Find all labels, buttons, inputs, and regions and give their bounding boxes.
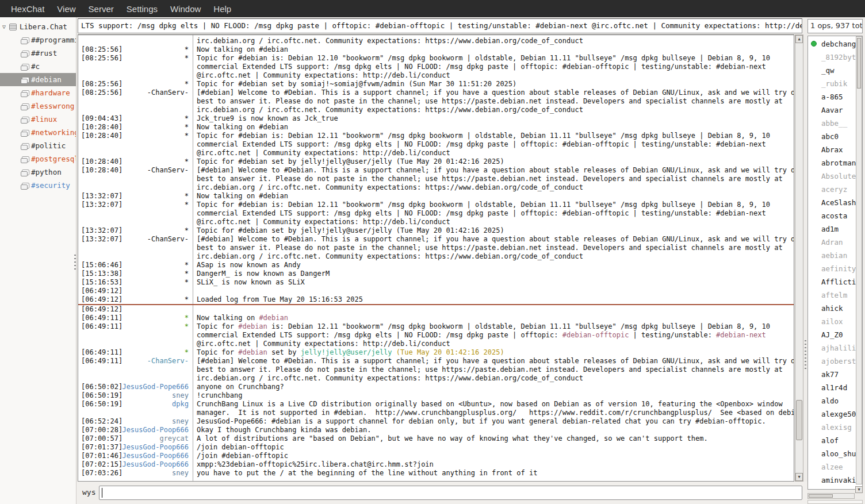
chat-row: [13:32:07]*Topic for #debian is: Debian … (78, 201, 794, 209)
chat-area[interactable]: irc.debian.org / irc.oftc.net. Community… (78, 34, 794, 482)
user-name: abbe__ (821, 119, 847, 128)
user-item-Affliction[interactable]: Affliction (808, 275, 862, 288)
user-item-Abrax[interactable]: Abrax (808, 143, 862, 156)
menu-item-hexchat[interactable]: HexChat (5, 4, 51, 14)
user-item-Absolutely[interactable]: Absolutely (808, 170, 862, 183)
user-item-_8192byte[interactable]: _8192byte (808, 51, 862, 64)
menu-item-view[interactable]: View (51, 4, 82, 14)
user-item-Adran[interactable]: Adran (808, 236, 862, 249)
user-item-aebian[interactable]: aebian (808, 249, 862, 262)
chat-message: best to answer it. Please do not paste i… (193, 175, 794, 183)
userlist-hscrollbar[interactable] (807, 493, 855, 499)
user-item-aftelm[interactable]: aftelm (808, 288, 862, 302)
user-name: abrotman (821, 159, 856, 167)
user-item-abrotman[interactable]: abrotman (808, 156, 862, 170)
expander-icon[interactable]: ▽ (2, 24, 9, 30)
sidebar-item-hardware[interactable]: #hardware (0, 86, 76, 99)
user-item-aminvakil[interactable]: aminvakil (808, 474, 862, 487)
user-item-alexge50[interactable]: alexge50 (808, 407, 862, 421)
userlist-hscrollbar-thumb[interactable] (809, 494, 833, 498)
sidebar-item-python[interactable]: #python (0, 166, 76, 179)
pane-resize-handle-left[interactable] (74, 255, 76, 272)
message-input[interactable] (99, 486, 802, 500)
user-item-abc0[interactable]: abc0 (808, 130, 862, 143)
userlist-scrollbar-thumb[interactable] (857, 38, 861, 89)
userlist-scrollbar[interactable] (856, 36, 862, 484)
topic-bar[interactable]: LTS support: /msg dpkg elts | NO FLOOD: … (78, 18, 802, 33)
chat-scrollbar-thumb[interactable] (796, 400, 802, 440)
server-name: Libera.Chat (20, 22, 67, 31)
menu-item-window[interactable]: Window (164, 4, 207, 14)
user-item-ahick[interactable]: ahick (808, 302, 862, 315)
chat-timestamp (78, 183, 122, 192)
user-item-ajhalili2409[interactable]: ajhalili2409 (808, 341, 862, 355)
user-item-alzee[interactable]: alzee (808, 460, 862, 474)
sidebar-item-rust[interactable]: ##rust (0, 47, 76, 60)
tree-server-row[interactable]: ▽Libera.Chat (0, 20, 76, 33)
user-item-a-865[interactable]: a-865 (808, 90, 862, 103)
user-item-alexisg[interactable]: alexisg (808, 421, 862, 434)
chat-timestamp: [08:25:56] (78, 80, 122, 89)
scroll-up-icon[interactable]: ▲ (795, 35, 803, 43)
user-item-AceSlash[interactable]: AceSlash (808, 196, 862, 209)
chat-timestamp: [06:49:11] (78, 357, 122, 366)
sidebar-item-linux[interactable]: #linux (0, 113, 76, 126)
user-item-ailox[interactable]: ailox (808, 315, 862, 328)
chat-row: [09:04:43]*Jck_true9 is now known as Jck… (78, 114, 794, 123)
sidebar-item-c[interactable]: #c (0, 60, 76, 73)
user-item-debchange[interactable]: debchange (808, 37, 862, 51)
chat-nick (122, 71, 193, 80)
user-item-aceryz[interactable]: aceryz (808, 183, 862, 196)
user-name: ailox (821, 317, 843, 326)
user-item-AJ_Z0[interactable]: AJ_Z0 (808, 328, 862, 341)
user-item-Aavar[interactable]: Aavar (808, 103, 862, 117)
chat-timestamp: [08:25:56] (78, 54, 122, 63)
user-item-abbe__[interactable]: abbe__ (808, 117, 862, 130)
user-item-aloo_shu[interactable]: aloo_shu (808, 447, 862, 460)
user-item-acosta[interactable]: acosta (808, 209, 862, 222)
user-list[interactable]: debchange_8192byte_qw_rubika-865Aavarabb… (807, 36, 863, 490)
sidebar-item-networking[interactable]: #networking (0, 126, 76, 139)
menu-item-settings[interactable]: Settings (120, 4, 164, 14)
user-item-_qw[interactable]: _qw (808, 64, 862, 77)
chat-row: [06:52:24]sneyJesusGod-Pope666: #debian … (78, 417, 794, 426)
sidebar-item-lesswrong[interactable]: #lesswrong (0, 99, 76, 113)
pane-resize-handle-right[interactable] (805, 340, 806, 370)
chat-message: best to answer it. Please do not paste i… (193, 97, 794, 106)
user-item-aldo[interactable]: aldo (808, 394, 862, 407)
chat-message: [#debian] Welcome to #Debian. This is a … (193, 89, 794, 97)
chat-timestamp: [07:02:15] (78, 460, 122, 469)
chat-message: Topic for #debian is: Debian 12.11 "book… (193, 132, 794, 140)
chat-timestamp: [07:01:37] (78, 443, 122, 452)
user-item-al1r4d[interactable]: al1r4d (808, 381, 862, 394)
chat-row: commercial Extended LTS support: /msg dp… (78, 331, 794, 340)
sidebar-item-security[interactable]: #security (0, 179, 76, 192)
scroll-down-icon[interactable]: ▼ (795, 473, 803, 481)
chat-nick (122, 37, 193, 45)
chat-row: [08:25:56]*Now talking on #debian (78, 45, 794, 54)
user-item-ak77[interactable]: ak77 (808, 368, 862, 381)
chat-timestamp (78, 140, 122, 149)
sidebar-item-programming[interactable]: ##programming (0, 33, 76, 47)
chat-message: irc.debian.org / irc.oftc.net. Community… (193, 374, 794, 383)
chat-timestamp: [15:16:53] (78, 278, 122, 287)
user-item-aefinity[interactable]: aefinity (808, 262, 862, 275)
user-name: alzee (821, 463, 843, 471)
chat-nick: * (122, 278, 193, 287)
userlist-scroll-down-icon[interactable]: ▼ (855, 486, 863, 493)
user-item-_rubik[interactable]: _rubik (808, 77, 862, 90)
menu-item-server[interactable]: Server (82, 4, 120, 14)
user-name: ad1m (821, 225, 839, 233)
chat-scrollbar[interactable]: ▲ ▼ (795, 34, 803, 482)
chat-nick: * (122, 114, 193, 123)
chat-message: irc.debian.org / irc.oftc.net. Community… (193, 183, 794, 192)
user-item-ajoberstar[interactable]: ajoberstar (808, 355, 862, 368)
chat-timestamp: [06:50:19] (78, 400, 122, 409)
user-item-alof[interactable]: alof (808, 434, 862, 447)
user-item-ad1m[interactable]: ad1m (808, 222, 862, 236)
sidebar-item-postgresql[interactable]: #postgresql (0, 152, 76, 166)
menu-item-help[interactable]: Help (207, 4, 238, 14)
chat-nick: * (122, 226, 193, 235)
sidebar-item-politic[interactable]: #politic (0, 139, 76, 152)
sidebar-item-debian[interactable]: #debian (0, 73, 76, 86)
